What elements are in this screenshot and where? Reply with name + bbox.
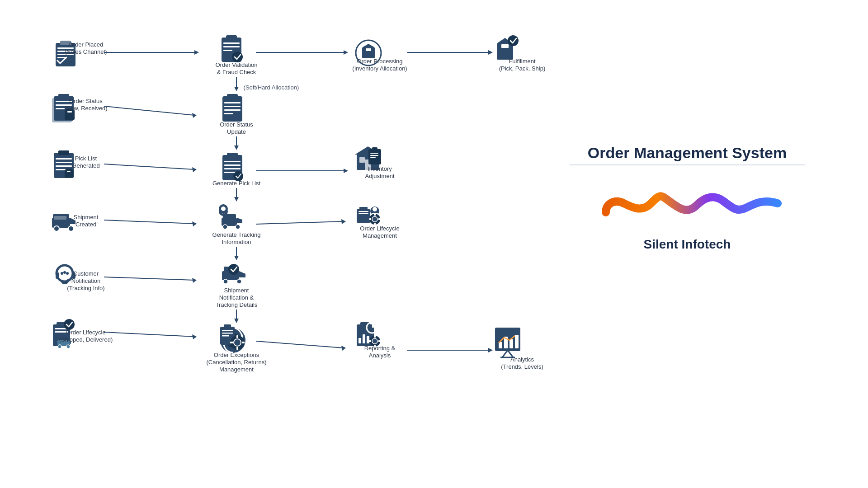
label-order-lifecycle-left-2: (Shipped, Delivered) [59, 336, 113, 343]
label-shipment-notif-2: Notification & [219, 294, 254, 301]
svg-rect-192 [509, 339, 513, 348]
label-gen-tracking: Generate Tracking [212, 231, 261, 238]
label-analytics: Analytics [510, 356, 534, 363]
svg-rect-147 [368, 149, 381, 164]
svg-rect-153 [359, 207, 368, 210]
label-analytics-2: (Trends, Levels) [501, 363, 543, 370]
svg-point-157 [373, 207, 377, 211]
label-order-processing: Order Processing [357, 58, 402, 65]
label-customer-notif: Customer [73, 270, 99, 277]
brand-title: Order Management System [588, 144, 787, 161]
label-shipment-notif: Shipment [224, 287, 249, 294]
svg-point-41 [61, 272, 63, 275]
label-reporting-2: Analysis [369, 352, 391, 359]
svg-rect-83 [224, 161, 241, 162]
svg-rect-141 [366, 48, 371, 51]
svg-rect-155 [359, 213, 368, 214]
svg-point-100 [221, 206, 226, 211]
diagram-container: Order Placed (Sales Channel) Order Statu… [0, 0, 868, 488]
svg-rect-39 [56, 272, 59, 279]
svg-rect-167 [363, 334, 365, 343]
svg-rect-75 [224, 102, 241, 103]
svg-rect-77 [224, 109, 241, 111]
label-order-placed-2: (Sales Channel) [65, 48, 107, 55]
svg-rect-163 [378, 218, 380, 220]
label-gen-tracking-2: Information [222, 239, 251, 245]
svg-rect-193 [515, 335, 519, 348]
label-pick-list-left: Pick List [75, 155, 97, 162]
svg-rect-31 [67, 171, 71, 172]
svg-rect-69 [223, 50, 232, 51]
svg-rect-26 [56, 165, 72, 167]
svg-rect-85 [224, 168, 241, 169]
label-customer-notif-2: Notification [71, 277, 100, 284]
label-order-validation: Order Validation [216, 61, 258, 68]
svg-rect-144 [359, 157, 365, 163]
svg-rect-18 [56, 108, 65, 109]
label-inventory-adj: Inventory [368, 165, 392, 172]
svg-rect-68 [223, 46, 240, 47]
label-status-update-2: Update [227, 128, 246, 135]
label-gen-pick-list: Generate Pick List [212, 180, 261, 187]
label-pick-list-left-2: Generated [72, 162, 99, 169]
svg-rect-118 [224, 324, 231, 328]
label-shipment-notif-3: Tracking Details [216, 301, 258, 308]
svg-rect-30 [66, 169, 72, 171]
svg-rect-174 [369, 340, 371, 342]
svg-rect-124 [236, 335, 238, 338]
label-fulfillment-2: (Pick, Pack, Ship) [499, 65, 546, 72]
svg-point-52 [66, 345, 70, 348]
svg-rect-15 [58, 94, 69, 99]
svg-rect-25 [56, 162, 72, 163]
svg-rect-126 [230, 342, 233, 343]
svg-point-107 [223, 279, 228, 284]
svg-rect-162 [369, 218, 371, 220]
svg-rect-82 [227, 153, 238, 157]
svg-point-36 [68, 226, 74, 231]
svg-rect-150 [370, 155, 378, 156]
svg-rect-172 [374, 336, 376, 338]
svg-point-185 [508, 35, 519, 46]
svg-rect-160 [374, 214, 376, 216]
svg-rect-175 [378, 340, 380, 342]
node-order-status-update [222, 94, 242, 122]
svg-point-171 [372, 338, 377, 344]
svg-rect-67 [223, 42, 240, 44]
label-fulfillment: Fulfillment [509, 58, 536, 65]
svg-point-70 [232, 52, 243, 62]
svg-rect-154 [359, 211, 368, 212]
svg-rect-74 [227, 94, 238, 99]
label-order-status-2: (New, Received) [64, 105, 107, 112]
label-exceptions-2: (Cancellation, Returns) [207, 359, 267, 366]
label-reporting: Reporting & [364, 345, 396, 352]
node-pick-list-left [54, 150, 74, 178]
label-status-update: Order Status [220, 121, 253, 128]
label-order-placed: Order Placed [69, 41, 104, 48]
svg-point-97 [223, 225, 227, 229]
svg-rect-119 [222, 330, 233, 331]
svg-point-108 [237, 279, 241, 284]
svg-rect-78 [224, 113, 233, 114]
svg-rect-127 [242, 342, 245, 343]
label-shipment-created-2: Created [75, 221, 96, 228]
label-shipment-created: Shipment [74, 214, 99, 221]
label-exceptions: Order Exceptions [214, 352, 259, 358]
svg-rect-161 [374, 223, 376, 225]
svg-rect-184 [501, 44, 509, 48]
svg-point-123 [234, 339, 241, 346]
svg-rect-148 [372, 147, 377, 150]
svg-point-98 [236, 225, 240, 229]
node-gen-pick-list [222, 153, 243, 181]
label-exceptions-3: Management [219, 366, 254, 373]
svg-point-43 [66, 272, 69, 275]
label-customer-notif-3: (Tracking Info) [67, 285, 104, 291]
node-order-validation [222, 35, 243, 62]
svg-rect-24 [56, 158, 72, 160]
svg-rect-166 [359, 338, 361, 343]
svg-point-35 [54, 226, 59, 231]
svg-rect-66 [226, 35, 237, 40]
svg-rect-121 [222, 335, 229, 337]
label-inventory-adj-2: Adjustment [365, 173, 394, 179]
svg-point-159 [372, 216, 377, 222]
svg-point-42 [63, 271, 66, 274]
